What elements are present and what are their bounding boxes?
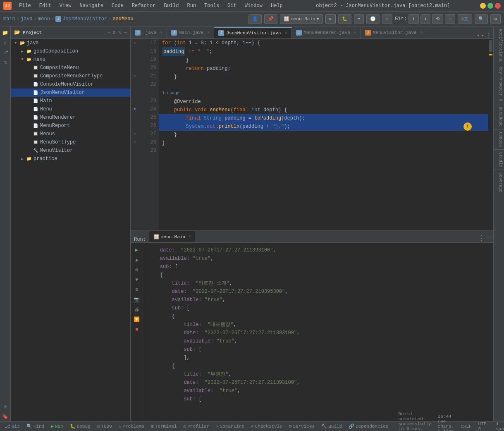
tree-item-MenuVisitor[interactable]: 🔧 MenuVisitor [11, 146, 130, 155]
status-terminal[interactable]: ⊞ Terminal [149, 424, 178, 429]
status-sonarlint[interactable]: ⚡ SonarLint [214, 424, 246, 429]
run-settings-button[interactable]: ⚙ [133, 266, 141, 274]
maximize-button[interactable] [487, 3, 493, 9]
tab-menurenderer[interactable]: J MenuRenderer.java × [292, 27, 361, 38]
breadcrumb-method[interactable]: endMenu [112, 16, 133, 22]
profile-button[interactable]: 🕐 [366, 14, 380, 24]
status-build[interactable]: 🔨 Build [320, 424, 344, 429]
tabs-scroll-right[interactable]: ▸ [481, 32, 484, 38]
panel-menu-icon[interactable]: ⋯ [107, 30, 110, 35]
status-crlf[interactable]: CRLF [459, 424, 473, 429]
tree-item-CompositeMenuSortType[interactable]: 🔲 CompositeMenuSortType [11, 72, 130, 80]
hide-panel-icon[interactable]: − [124, 30, 127, 35]
coverage-button[interactable]: ☂ [354, 14, 364, 24]
gradle-tab[interactable]: Gradle [494, 150, 504, 170]
run-button[interactable]: ▶ [325, 14, 336, 24]
bookmark-button[interactable]: 📌 [264, 14, 277, 24]
minimize-button[interactable] [480, 3, 486, 9]
github-icon[interactable]: ⌥ [1, 58, 10, 67]
status-line-col[interactable]: 26:44 (44 chars, 1 line break) [436, 414, 456, 431]
status-todo[interactable]: ☑ TODO [96, 424, 114, 429]
status-find[interactable]: 🔍 Find [25, 424, 46, 429]
status-run[interactable]: ▶ Run [49, 424, 64, 429]
run-scroll-up[interactable]: ▲ [133, 256, 141, 264]
translate-button[interactable]: A文 [458, 14, 473, 24]
run-tab-close[interactable]: × [189, 235, 191, 239]
code-content[interactable]: for (int i = 0; i < depth; i++) { paddin… [159, 39, 488, 230]
tab-menuvisitor[interactable]: J MenuVisitor.java × [361, 27, 428, 38]
tree-item-ConsoleMenuVisitor[interactable]: 📄 ConsoleMenuVisitor [11, 80, 130, 89]
status-checkstyle[interactable]: ✔ CheckStyle [249, 424, 284, 429]
git-push-button[interactable]: ⬆ [420, 14, 431, 24]
notifications-tab[interactable]: Notifications [494, 26, 504, 64]
status-dependencies[interactable]: 🔗 Dependencies [347, 424, 390, 429]
status-git[interactable]: ⎇ Git [3, 424, 21, 429]
more-run-button[interactable]: ⋯ [382, 14, 392, 24]
tab-close-renderer[interactable]: × [354, 31, 356, 35]
menu-help[interactable]: Help [268, 2, 286, 10]
tree-item-MenuReport[interactable]: 📄 MenuReport [11, 122, 130, 130]
git-more-button[interactable]: ⋯ [445, 14, 455, 24]
database-tab[interactable]: Database [494, 104, 504, 129]
status-services[interactable]: ⚙ Services [287, 424, 316, 429]
tree-item-menu[interactable]: ▼ 📂 menu [11, 55, 130, 64]
menu-code[interactable]: Code [108, 2, 127, 10]
menu-refactor[interactable]: Refactor [129, 2, 159, 10]
tree-item-CompositeMenu[interactable]: 🔲 CompositeMenu [11, 64, 130, 72]
breadcrumb-main[interactable]: main [3, 16, 15, 22]
menu-edit[interactable]: Edit [36, 2, 55, 10]
breadcrumb-class[interactable]: JsonMenuVisitor [62, 16, 107, 22]
run-panel-menu[interactable]: ⋮ [478, 234, 485, 242]
status-encoding[interactable]: UTF-8 [477, 421, 491, 431]
menu-build[interactable]: Build [160, 2, 182, 10]
tree-item-Menus[interactable]: 🔲 Menus [11, 130, 130, 138]
tab-dotjava[interactable]: J .java × [131, 27, 167, 38]
structure-icon[interactable]: ≡ [1, 402, 10, 411]
commit-icon[interactable]: ✓ [1, 38, 10, 47]
tab-main[interactable]: J Main.java × [167, 27, 214, 38]
menu-file[interactable]: File [16, 2, 34, 10]
key-promoter-tab[interactable]: Key Promoter X [494, 64, 504, 104]
tree-item-java[interactable]: ▼ 📂 java [11, 39, 130, 47]
tabs-scroll-left[interactable]: ◂ [477, 32, 480, 38]
bottom-tab-main[interactable]: 🪟 menu.Main × [149, 231, 195, 242]
close-button[interactable] [495, 3, 501, 9]
git-history-button[interactable]: ⟲ [432, 14, 443, 24]
panel-settings-icon[interactable]: ⚙ [113, 30, 116, 35]
status-debug[interactable]: 🐛 Debug [68, 424, 92, 429]
tree-item-MenuSortType[interactable]: 🔲 MenuSortType [11, 138, 130, 146]
menu-tools[interactable]: Tools [201, 2, 222, 10]
tab-close-dotjava[interactable]: × [160, 31, 162, 35]
breadcrumb-java[interactable]: java [21, 16, 33, 22]
breadcrumb-menu[interactable]: menu [38, 16, 50, 22]
status-profiler[interactable]: ◎ Profiler [182, 424, 211, 429]
bookmarks-icon[interactable]: 🔖 [1, 412, 10, 421]
run-config-button[interactable]: 🪟 menu.Main ▼ [280, 14, 323, 24]
git-update-button[interactable]: ⬇ [408, 14, 419, 24]
tree-item-practice[interactable]: ▶ 📁 practice [11, 155, 130, 163]
tree-item-JsonMenuVisitor[interactable]: 📄 JsonMenuVisitor [11, 89, 130, 97]
menu-run[interactable]: Run [184, 2, 199, 10]
tab-close-main[interactable]: × [207, 31, 210, 35]
tree-item-Main[interactable]: 📄 Main [11, 97, 130, 105]
run-print-button[interactable]: 🖨 [133, 306, 141, 314]
run-panel-close[interactable]: − [487, 235, 490, 241]
tab-jsonmenuvisitor[interactable]: J JsonMenuVisitor.java × [214, 27, 291, 38]
coverage-tab[interactable]: Coverage [494, 170, 504, 195]
run-scroll-down[interactable]: ▼ [133, 276, 141, 284]
menu-view[interactable]: View [56, 2, 75, 10]
scrollbar-thumb[interactable] [489, 40, 492, 52]
project-icon[interactable]: 📁 [1, 28, 10, 37]
pull-requests-icon[interactable]: ⎇ [1, 48, 10, 57]
run-layout-button[interactable]: ≡ [133, 286, 141, 294]
run-stop-button[interactable]: ■ [133, 326, 141, 334]
status-problems[interactable]: ⚠ Problems [117, 424, 146, 429]
run-filter-button[interactable]: 🔽 [133, 316, 141, 324]
tabs-more[interactable]: ⋮ [486, 32, 491, 38]
tree-item-MenuRenderer[interactable]: 📄 MenuRenderer [11, 113, 130, 122]
tab-close-visitor[interactable]: × [420, 31, 423, 35]
tab-close-json[interactable]: × [285, 31, 287, 36]
tree-item-Menu[interactable]: 📄 Menu [11, 105, 130, 113]
menu-git[interactable]: Git [224, 2, 240, 10]
menu-window[interactable]: Window [241, 2, 266, 10]
